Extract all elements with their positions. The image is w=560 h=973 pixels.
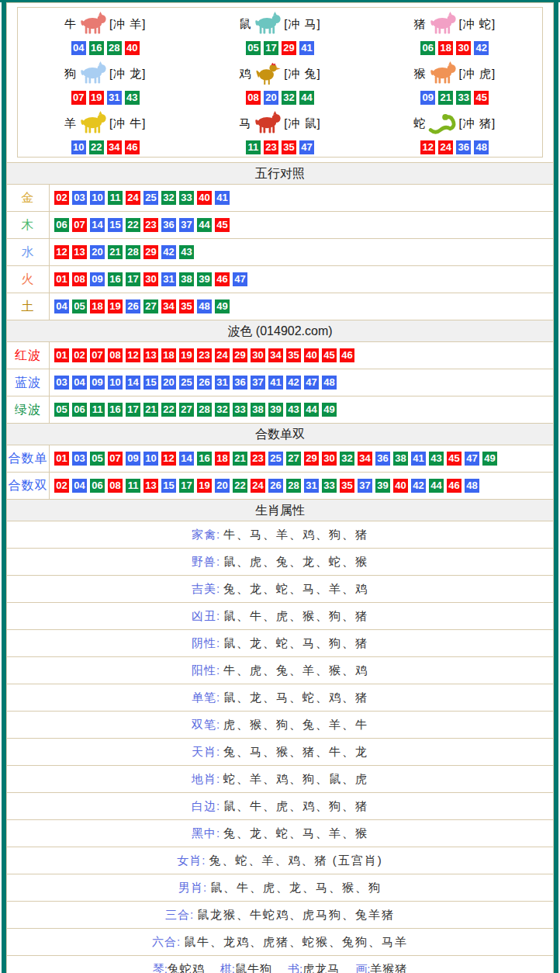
- number-ball: 06: [90, 479, 105, 493]
- zodiac-clash-label: [冲 牛]: [109, 116, 147, 131]
- shengxiao-row-label: 吉美:: [192, 582, 220, 597]
- zodiac-numbers: 11233547: [192, 140, 367, 154]
- shengxiao-row-value: 鼠龙猴、牛蛇鸡、虎马狗、兔羊猪: [197, 908, 395, 923]
- bottom-group-label: 画:: [355, 962, 370, 973]
- number-ball: 17: [264, 41, 278, 55]
- number-ball: 40: [304, 348, 319, 362]
- number-ball: 46: [215, 272, 230, 286]
- number-ball: 15: [161, 479, 176, 493]
- shengxiao-row-value: 兔、马、猴、猪、牛、龙: [223, 745, 368, 760]
- heshu-row-numbers: 0103050709101214161821232527293032343638…: [50, 445, 553, 472]
- wuxing-row-numbers: 04051819262734354849: [50, 293, 553, 320]
- number-ball: 13: [72, 245, 87, 259]
- heshu-row-合数双: 合数双0204060811131517192022242628313335373…: [7, 472, 553, 499]
- number-ball: 03: [72, 452, 87, 466]
- heshu-row-label: 合数双: [7, 473, 50, 499]
- number-ball: 29: [282, 41, 296, 55]
- shengxiao-row-单笔: 单笔: 鼠、龙、马、蛇、鸡、猪: [7, 684, 553, 711]
- number-ball: 32: [161, 191, 176, 205]
- heshu-rows: 合数单0103050709101214161821232527293032343…: [7, 445, 553, 499]
- number-ball: 16: [89, 41, 104, 55]
- shengxiao-row-label: 阳性:: [192, 663, 220, 678]
- zodiac-cell-ox: 牛[冲 羊]04162840: [18, 8, 192, 57]
- number-ball: 34: [358, 452, 372, 466]
- rat-icon: [253, 11, 282, 38]
- number-ball: 42: [286, 376, 301, 390]
- shengxiao-row-女肖: 女肖: 兔、蛇、羊、鸡、猪 (五宫肖): [7, 847, 553, 874]
- number-ball: 26: [126, 300, 140, 313]
- number-ball: 14: [179, 452, 194, 466]
- shengxiao-row-label: 阴性:: [192, 636, 220, 651]
- shengxiao-row-value: 牛、马、羊、鸡、狗、猪: [223, 528, 368, 542]
- wuxing-row-土: 土04051819262734354849: [7, 293, 553, 320]
- main-table: 牛[冲 羊]04162840鼠[冲 马]05172941猪[冲 蛇]061830…: [6, 2, 554, 973]
- zodiac-cell-horse: 马[冲 鼠]11233547: [192, 107, 367, 157]
- shengxiao-row-value: 兔、蛇、羊、鸡、猪 (五宫肖): [209, 854, 383, 868]
- number-ball: 07: [90, 348, 105, 362]
- shengxiao-row-label: 女肖:: [177, 854, 206, 868]
- zodiac-clash-label: [冲 龙]: [109, 67, 147, 81]
- zodiac-cell-header: 猪[冲 蛇]: [368, 9, 542, 39]
- number-ball: 18: [438, 41, 453, 55]
- number-ball: 03: [72, 191, 87, 205]
- wuxing-rows: 金02031011242532334041木060714152223363744…: [7, 184, 553, 320]
- number-ball: 32: [215, 403, 230, 417]
- number-ball: 48: [197, 300, 212, 313]
- zodiac-numbers: 08203244: [192, 90, 367, 105]
- zodiac-numbers: 07193143: [18, 90, 192, 105]
- number-ball: 33: [456, 91, 471, 105]
- number-ball: 12: [420, 140, 435, 154]
- number-ball: 03: [54, 376, 69, 390]
- shengxiao-row-地肖: 地肖: 蛇、羊、鸡、狗、鼠、虎: [7, 765, 553, 792]
- zodiac-clash-label: [冲 马]: [284, 17, 321, 32]
- bose-row-label: 蓝波: [7, 369, 50, 396]
- zodiac-clash-label: [冲 兔]: [284, 67, 321, 81]
- wuxing-row-numbers: 06071415222336374445: [50, 212, 553, 238]
- shengxiao-row-阳性: 阳性: 牛、虎、兔、羊、猴、鸡: [7, 656, 553, 684]
- number-ball: 05: [246, 41, 261, 55]
- number-ball: 09: [126, 452, 140, 466]
- number-ball: 25: [179, 376, 194, 390]
- zodiac-name: 鼠: [239, 17, 251, 32]
- bose-row-蓝波: 蓝波03040910141520252631363741424748: [7, 369, 553, 396]
- number-ball: 40: [393, 479, 408, 493]
- bottom-group-label: 书:: [288, 962, 302, 973]
- shengxiao-row-label: 家禽:: [192, 528, 220, 542]
- number-ball: 49: [482, 452, 497, 466]
- number-ball: 06: [420, 41, 435, 55]
- bose-row-numbers: 0102070812131819232429303435404546: [50, 342, 553, 369]
- zodiac-name: 蛇: [414, 116, 427, 131]
- number-ball: 44: [304, 403, 319, 417]
- shengxiao-row-label: 天肖:: [192, 745, 220, 760]
- number-ball: 12: [161, 452, 176, 466]
- shengxiao-row-label: 单笔:: [192, 691, 220, 705]
- bottom-group-value: 羊猴猪: [370, 962, 407, 973]
- number-ball: 12: [54, 245, 69, 259]
- number-ball: 12: [126, 348, 140, 362]
- ox-icon: [78, 11, 108, 38]
- number-ball: 25: [143, 191, 158, 205]
- number-ball: 42: [161, 245, 176, 259]
- wuxing-row-numbers: 02031011242532334041: [50, 185, 553, 211]
- number-ball: 17: [126, 272, 140, 286]
- number-ball: 23: [143, 218, 158, 232]
- zodiac-name: 马: [239, 116, 251, 131]
- number-ball: 16: [197, 452, 212, 466]
- number-ball: 45: [322, 348, 337, 362]
- number-ball: 34: [161, 300, 176, 313]
- number-ball: 04: [71, 41, 86, 55]
- zodiac-reference-page: 牛[冲 羊]04162840鼠[冲 马]05172941猪[冲 蛇]061830…: [0, 0, 560, 973]
- number-ball: 02: [72, 348, 87, 362]
- number-ball: 17: [126, 403, 140, 417]
- shengxiao-row-value: 鼠、牛、虎、龙、马、猴、狗: [210, 881, 382, 895]
- number-ball: 07: [71, 91, 86, 105]
- number-ball: 24: [126, 191, 140, 205]
- number-ball: 05: [90, 452, 105, 466]
- pig-icon: [428, 11, 458, 38]
- zodiac-clash-label: [冲 猪]: [459, 116, 496, 131]
- number-ball: 43: [179, 245, 194, 259]
- wuxing-title: 五行对照: [255, 167, 305, 180]
- zodiac-cell-header: 蛇[冲 猪]: [368, 109, 542, 138]
- number-ball: 02: [54, 479, 69, 493]
- number-ball: 30: [251, 348, 265, 362]
